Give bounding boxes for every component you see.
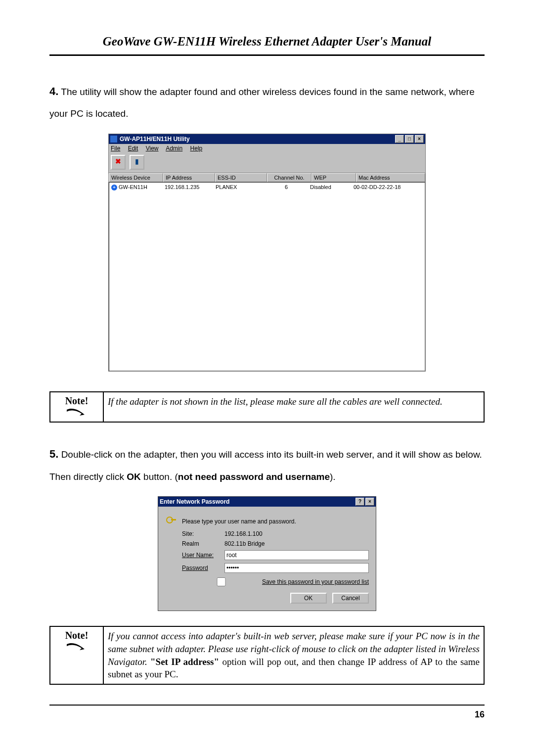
key-icon — [165, 516, 177, 527]
menu-help[interactable]: Help — [190, 145, 203, 152]
page-title: GeoWave GW-EN11H Wireless Ethernet Adapt… — [49, 35, 485, 56]
dialog-titlebar: Enter Network Password ? × — [158, 497, 376, 507]
password-label: Password — [182, 565, 224, 571]
save-password-label: Save this password in your password list — [262, 578, 369, 585]
note2-text: If you cannot access into adapter's buil… — [103, 626, 484, 684]
step5-part3: ). — [330, 472, 336, 482]
minimize-button[interactable]: _ — [395, 135, 404, 143]
page-number: 16 — [49, 709, 485, 720]
footer-rule — [49, 705, 485, 706]
step5-part2: button. ( — [143, 472, 178, 482]
menu-admin[interactable]: Admin — [166, 145, 182, 152]
list-header: Wireless Device IP Address ESS-ID Channe… — [109, 173, 425, 182]
note-2: Note! If you cannot access into adapter'… — [49, 626, 485, 685]
note-arrow-icon — [54, 408, 99, 419]
note-arrow-icon — [54, 642, 99, 653]
device-list[interactable]: +GW-EN11H 192.168.1.235 PLANEX 6 Disable… — [109, 182, 425, 371]
cell-wep: Disabled — [308, 184, 352, 191]
realm-label: Realm — [182, 540, 224, 547]
note2-setip: "Set IP address" — [150, 657, 219, 667]
username-label: User Name: — [182, 552, 224, 559]
step5-ok: OK — [127, 472, 141, 482]
menu-file[interactable]: File — [111, 145, 120, 152]
site-value: 192.168.1.100 — [224, 530, 263, 537]
site-label: Site: — [182, 530, 224, 537]
col-mac[interactable]: Mac Address — [356, 173, 425, 182]
note1-label: Note! — [54, 395, 99, 407]
step5-no-cred: not need password and username — [178, 472, 330, 482]
col-essid[interactable]: ESS-ID — [215, 173, 267, 182]
col-ip[interactable]: IP Address — [163, 173, 215, 182]
app-icon — [110, 136, 117, 142]
utility-window: GW-AP11H/EN11H Utility _ □ × File Edit V… — [108, 134, 426, 372]
dialog-title: Enter Network Password — [160, 498, 229, 505]
save-password-checkbox[interactable] — [184, 577, 259, 586]
stop-icon[interactable]: ✖ — [111, 155, 126, 170]
password-input[interactable] — [224, 563, 369, 573]
dialog-close-button[interactable]: × — [365, 498, 374, 506]
cell-mac: 00-02-DD-22-22-18 — [352, 184, 425, 191]
cell-ip: 192.168.1.235 — [163, 184, 214, 191]
cancel-button[interactable]: Cancel — [332, 593, 369, 604]
menu-edit[interactable]: Edit — [128, 145, 138, 152]
step4-paragraph: 4. The utility will show the adapter fou… — [49, 80, 485, 124]
cell-device: GW-EN11H — [119, 184, 147, 190]
toolbar: ✖ ▮ — [109, 153, 425, 173]
col-wep[interactable]: WEP — [312, 173, 356, 182]
step5-paragraph: 5. Double-click on the adapter, then you… — [49, 442, 485, 487]
col-channel[interactable]: Channel No. — [267, 173, 312, 182]
cell-channel: 6 — [265, 184, 308, 191]
step5-number: 5. — [49, 448, 58, 460]
note2-label: Note! — [54, 630, 99, 641]
realm-value: 802.11b Bridge — [224, 540, 265, 547]
step4-text: The utility will show the adapter found … — [49, 87, 475, 119]
username-input[interactable] — [224, 550, 369, 560]
maximize-button[interactable]: □ — [405, 135, 414, 143]
step4-number: 4. — [49, 85, 58, 97]
cell-essid: PLANEX — [214, 184, 265, 191]
device-icon: + — [111, 185, 117, 190]
note-1: Note! If the adapter is not shown in the… — [49, 391, 485, 423]
col-device[interactable]: Wireless Device — [109, 173, 163, 182]
utility-title: GW-AP11H/EN11H Utility — [120, 136, 190, 142]
menu-view[interactable]: View — [146, 145, 159, 152]
ok-button[interactable]: OK — [290, 593, 327, 604]
menubar: File Edit View Admin Help — [109, 144, 425, 153]
dialog-prompt: Please type your user name and password. — [182, 518, 296, 525]
utility-titlebar: GW-AP11H/EN11H Utility _ □ × — [109, 134, 425, 144]
table-row[interactable]: +GW-EN11H 192.168.1.235 PLANEX 6 Disable… — [109, 183, 425, 192]
doc-icon[interactable]: ▮ — [130, 155, 144, 170]
close-button[interactable]: × — [415, 135, 424, 143]
note1-text: If the adapter is not shown in the list,… — [103, 392, 484, 422]
password-dialog: Enter Network Password ? × Please type y… — [158, 496, 376, 611]
dialog-help-button[interactable]: ? — [356, 498, 364, 506]
